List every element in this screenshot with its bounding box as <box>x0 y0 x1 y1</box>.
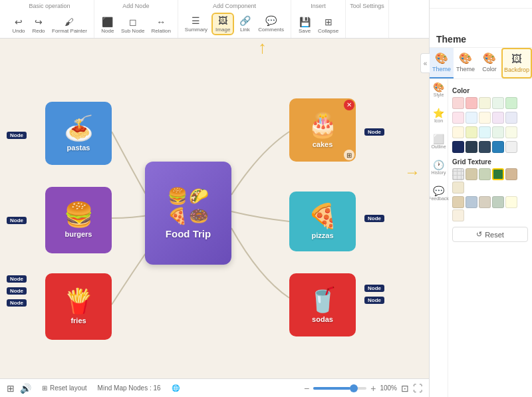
badge-fries-2[interactable]: Node <box>7 299 27 307</box>
tab-backdrop[interactable]: 🖼 Backdrop <box>501 48 532 78</box>
texture-swatch-7[interactable] <box>466 196 477 208</box>
node-pastas[interactable]: 🍝 pastas <box>45 102 112 165</box>
color-swatch-dark-4[interactable] <box>505 141 517 153</box>
texture-swatch-1[interactable] <box>466 168 477 180</box>
tab-color[interactable]: 🎨 Color <box>477 48 501 78</box>
tool-settings-label: Tool Settings <box>350 3 384 9</box>
texture-swatch-2[interactable] <box>479 168 491 180</box>
summary-button[interactable]: ☰ Summary <box>182 14 210 34</box>
color-swatch-5[interactable] <box>452 112 464 124</box>
status-icon-grid[interactable]: ⊞ <box>7 383 15 394</box>
badge-fries-1[interactable]: Node <box>7 287 27 295</box>
texture-swatch-8[interactable] <box>479 196 491 208</box>
texture-swatch-0[interactable] <box>452 168 464 180</box>
tab-theme[interactable]: 🎨 Theme <box>430 48 454 78</box>
panel-title: Theme <box>430 29 532 48</box>
color-swatch-10[interactable] <box>452 126 464 138</box>
node-burgers[interactable]: 🍔 burgers <box>45 187 112 253</box>
texture-swatch-9[interactable] <box>492 196 504 208</box>
comments-label: Comments <box>258 27 284 33</box>
color-swatch-dark-2[interactable] <box>479 141 491 153</box>
texture-swatch-4[interactable] <box>505 168 517 180</box>
fullscreen-icon[interactable]: ⛶ <box>413 383 422 394</box>
badge-sodas-1[interactable]: Node <box>364 297 384 304</box>
zoom-in-button[interactable]: + <box>370 383 376 394</box>
cakes-close-button[interactable]: ✕ <box>344 100 354 110</box>
burgers-emoji: 🍔 <box>64 201 94 229</box>
collapse-button[interactable]: ⊞ Collapse <box>315 15 341 35</box>
redo-button[interactable]: ↪ Redo <box>29 15 48 35</box>
texture-swatch-3[interactable] <box>492 168 504 180</box>
color-swatch-11[interactable] <box>466 126 477 138</box>
center-emoji-1: 🌮 <box>189 187 209 205</box>
history-icon: 🕐 <box>433 160 444 170</box>
texture-swatch-11[interactable] <box>452 209 464 221</box>
color-swatch-2[interactable] <box>479 97 491 109</box>
node-sodas[interactable]: 🥤 sodas <box>289 273 356 336</box>
reset-button[interactable]: ↺ Reset <box>452 227 528 242</box>
zoom-thumb[interactable] <box>350 384 358 392</box>
right-panel: « Theme 🎨 Theme 🎨 Theme 🎨 Color 🖼 Backdr… <box>429 0 532 397</box>
center-node[interactable]: 🍔 🌮 🍕 🍩 Food Trip <box>145 162 231 265</box>
badge-pastas[interactable]: Node <box>7 132 27 139</box>
toolbar-group-addnode: Add Node ⬛ Node ◻ Sub Node ↔ Relation <box>94 0 178 38</box>
undo-button[interactable]: ↩ Undo <box>9 15 28 35</box>
color-swatch-0[interactable] <box>452 97 464 109</box>
node-button[interactable]: ⬛ Node <box>98 15 117 35</box>
comments-button[interactable]: 💬 Comments <box>255 14 287 34</box>
zoom-fit-icon[interactable]: ⊡ <box>401 383 409 394</box>
color-swatch-9[interactable] <box>505 112 517 124</box>
backdrop-tab-icon: 🖼 <box>511 53 522 65</box>
node-cakes[interactable]: ✕ ⊞ 🎂 cakes <box>289 98 356 162</box>
zoom-out-button[interactable]: − <box>304 383 309 394</box>
color-swatch-14[interactable] <box>505 126 517 138</box>
image-icon: 🖼 <box>218 15 227 26</box>
center-node-images: 🍔 🌮 🍕 🍩 <box>168 187 209 225</box>
color-swatch-dark-1[interactable] <box>466 141 477 153</box>
color-swatch-7[interactable] <box>479 112 491 124</box>
zoom-slider[interactable] <box>313 387 366 390</box>
collapse-label: Collapse <box>318 28 338 34</box>
badge-fries-0[interactable]: Node <box>7 275 27 283</box>
relation-button[interactable]: ↔ Relation <box>149 15 174 35</box>
color-swatch-dark-0[interactable] <box>452 141 464 153</box>
color-section-title: Color <box>452 87 528 94</box>
badge-cakes[interactable]: Node <box>364 128 384 136</box>
color-swatch-3[interactable] <box>492 97 504 109</box>
badge-sodas-0[interactable]: Node <box>364 285 384 292</box>
canvas-area[interactable]: 🍔 🌮 🍕 🍩 Food Trip 🍝 pastas 🍔 burgers 🍟 f… <box>0 39 429 378</box>
history-side-item[interactable]: 🕐 History <box>432 160 446 175</box>
texture-swatch-10[interactable] <box>505 196 517 208</box>
node-fries[interactable]: 🍟 fries <box>45 273 112 340</box>
comments-icon: 💬 <box>265 15 277 26</box>
icon-side-item[interactable]: ⭐ Icon <box>433 108 444 123</box>
color-swatch-12[interactable] <box>479 126 491 138</box>
color-swatch-dark-3[interactable] <box>492 141 504 153</box>
node-pizzas[interactable]: 🍕 pizzas <box>289 192 356 251</box>
reset-layout-text[interactable]: ⊞ Reset layout <box>42 384 87 392</box>
tab-theme2[interactable]: 🎨 Theme <box>454 48 477 78</box>
sub-node-button[interactable]: ◻ Sub Node <box>118 15 148 35</box>
status-icon-sound[interactable]: 🔊 <box>20 383 31 394</box>
save-button[interactable]: 💾 Save <box>295 15 314 35</box>
color-swatch-13[interactable] <box>492 126 504 138</box>
style-side-item[interactable]: 🎨 Style <box>433 82 444 97</box>
link-button[interactable]: 🔗 Link <box>235 14 254 34</box>
texture-swatch-6[interactable] <box>452 196 464 208</box>
theme-tabs: 🎨 Theme 🎨 Theme 🎨 Color 🖼 Backdrop <box>430 48 532 79</box>
badge-pizzas[interactable]: Node <box>364 215 384 222</box>
panel-collapse-button[interactable]: « <box>420 53 430 73</box>
image-button[interactable]: 🖼 Image <box>211 13 234 35</box>
texture-swatch-5[interactable] <box>452 182 464 194</box>
feedback-side-item[interactable]: 💬 Feedback <box>430 186 449 201</box>
cakes-expand-button[interactable]: ⊞ <box>344 150 354 160</box>
redo-icon: ↪ <box>35 17 43 27</box>
format-painter-button[interactable]: 🖌 Format Painter <box>49 15 90 35</box>
color-swatch-8[interactable] <box>492 112 504 124</box>
badge-burgers[interactable]: Node <box>7 217 27 224</box>
color-swatch-1[interactable] <box>466 97 477 109</box>
outline-side-item[interactable]: ⬜ Outline <box>431 134 446 149</box>
color-swatch-6[interactable] <box>466 112 477 124</box>
color-swatch-4[interactable] <box>505 97 517 109</box>
toolbar-group-basic: Basic operation ↩ Undo ↪ Redo 🖌 Format P… <box>5 0 94 38</box>
